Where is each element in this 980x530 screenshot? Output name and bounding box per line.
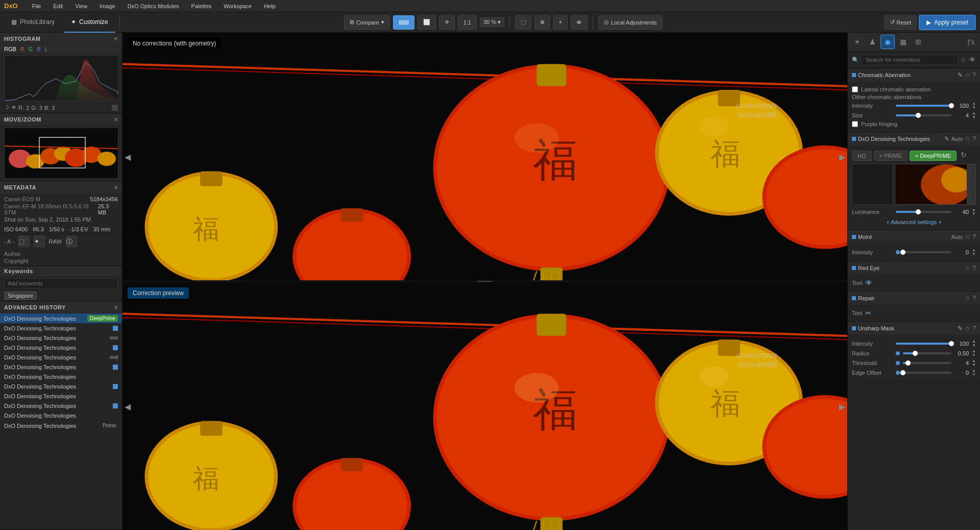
repair-header[interactable]: Repair ☆ ?	[848, 292, 980, 305]
red-eye-tool-icon[interactable]: 👁	[865, 279, 872, 287]
ca-intensity-stepper[interactable]: ▲▼	[972, 102, 976, 110]
rt-detail-button[interactable]: ◉	[880, 35, 895, 49]
purple-fringing-checkbox[interactable]	[852, 121, 858, 127]
right-arrow-top[interactable]: ▶	[839, 152, 845, 161]
history-item-10[interactable]: DxO Denoising Technologies	[0, 411, 122, 421]
menu-workspace[interactable]: Workspace	[222, 3, 254, 9]
keyword-tag-singapore[interactable]: Singapore	[4, 292, 37, 300]
zoom-control[interactable]: 30 % ▾	[480, 17, 504, 27]
history-item-9[interactable]: DxO Denoising Technologies	[0, 401, 122, 411]
hist-channel-r[interactable]: R	[20, 46, 24, 52]
history-item-3[interactable]: DxO Denoising Technologies	[0, 343, 122, 353]
advanced-history-close-button[interactable]: ×	[114, 303, 118, 311]
star-icon[interactable]: ☆	[960, 56, 967, 64]
history-item-2[interactable]: DxO Denoising Technologies	[0, 333, 122, 343]
hist-clipping-icon[interactable]	[112, 105, 118, 111]
denoising-refresh-icon[interactable]: ↻	[961, 151, 967, 161]
ca-size-thumb[interactable]	[916, 113, 921, 118]
crop-meta-button[interactable]: ⬚	[18, 236, 30, 247]
repair-help-icon[interactable]: ?	[972, 295, 976, 302]
history-item-11[interactable]: DxO Denoising Technologies Prime	[0, 421, 122, 431]
usm-threshold-stepper[interactable]: ▲▼	[972, 359, 976, 367]
history-item-6[interactable]: DxO Denoising Technologies	[0, 372, 122, 382]
denoising-luminance-stepper[interactable]: ▲▼	[972, 208, 976, 216]
history-item-5[interactable]: DxO Denoising Technologies	[0, 363, 122, 372]
unsharp-mask-help-icon[interactable]: ?	[972, 325, 976, 332]
menu-dxo-optics[interactable]: DxO Optics Modules	[126, 3, 181, 9]
history-item-4-menu-icon[interactable]: ⋮	[114, 353, 122, 362]
denoising-header[interactable]: DxO Denoising Technologies ✎ Auto ☆ ?	[848, 132, 980, 146]
menu-help[interactable]: Help	[262, 3, 278, 9]
moire-header[interactable]: Moiré Auto ☆ ?	[848, 230, 980, 244]
left-arrow-top[interactable]: ◀	[125, 152, 131, 161]
usm-threshold-slider[interactable]	[903, 362, 951, 364]
denoising-star-icon[interactable]: ☆	[965, 135, 970, 142]
red-eye-help-icon[interactable]: ?	[972, 264, 976, 272]
eye-search-icon[interactable]: 👁	[969, 56, 976, 64]
denoising-prime-tab[interactable]: + PRIME	[874, 151, 908, 161]
rt-fx-button[interactable]: ƒx	[964, 35, 978, 49]
menu-file[interactable]: File	[30, 3, 43, 9]
ca-intensity-slider[interactable]	[896, 105, 951, 107]
right-arrow-bottom[interactable]: ▶	[839, 401, 845, 411]
rt-portrait-button[interactable]: ♟	[865, 35, 879, 49]
usm-intensity-slider[interactable]	[896, 343, 951, 345]
denoising-hq-tab[interactable]: HQ	[852, 151, 872, 161]
eye-button[interactable]: 👁	[571, 15, 587, 30]
hist-channel-g[interactable]: G	[29, 46, 33, 52]
denoising-help-icon[interactable]: ?	[972, 135, 976, 142]
moire-help-icon[interactable]: ?	[972, 233, 976, 240]
history-item-1[interactable]: DxO Denoising Technologies	[0, 324, 122, 333]
chromatic-aberration-header[interactable]: Chromatic Aberration ✎ ☆ ?	[848, 68, 980, 82]
hist-channel-l[interactable]: L	[45, 46, 48, 52]
tab-photo-library[interactable]: ▦ PhotoLibrary	[4, 12, 62, 33]
history-item-8[interactable]: DxO Denoising Technologies	[0, 392, 122, 401]
menu-view[interactable]: View	[73, 3, 89, 9]
rt-geometry-button[interactable]: ▦	[896, 35, 910, 49]
one-to-one-button[interactable]: 1:1	[458, 15, 477, 30]
hist-channel-b[interactable]: B	[37, 46, 40, 52]
menu-edit[interactable]: Edit	[51, 3, 65, 9]
denoising-deepprime-tab[interactable]: + DeepPRIME	[910, 151, 957, 161]
usm-edge-offset-slider[interactable]	[903, 372, 951, 374]
horizon-meta-button[interactable]: ✦	[34, 236, 45, 247]
history-item-7[interactable]: DxO Denoising Technologies	[0, 382, 122, 392]
ca-intensity-thumb[interactable]	[949, 103, 954, 108]
repair-star-icon[interactable]: ☆	[965, 295, 970, 302]
cursor-button[interactable]: ✛	[439, 15, 455, 30]
moire-intensity-slider[interactable]	[903, 251, 951, 253]
compare-button[interactable]: ⊞ Compare ▾	[344, 15, 390, 30]
unsharp-mask-star-icon[interactable]: ☆	[965, 325, 970, 332]
usm-edge-offset-thumb[interactable]	[900, 370, 905, 375]
repair-tool-icon[interactable]: ✂	[865, 309, 871, 317]
moire-star-icon[interactable]: ☆	[965, 233, 970, 240]
rt-exposure-button[interactable]: ☀	[850, 35, 864, 49]
horizon-button[interactable]: ⊕	[534, 15, 550, 30]
denoising-advanced-link[interactable]: + Advanced settings +	[852, 218, 976, 227]
minimap[interactable]	[4, 128, 118, 179]
history-item-0[interactable]: DxO Denoising Technologies DeepPrime	[0, 314, 122, 324]
red-eye-header[interactable]: Red Eye ☆ ?	[848, 261, 980, 275]
rt-watermark-button[interactable]: ⊞	[911, 35, 925, 49]
usm-intensity-thumb[interactable]	[949, 341, 954, 346]
move-zoom-close-button[interactable]: ×	[114, 115, 118, 124]
split-view-button[interactable]: ▤▤	[393, 15, 414, 30]
menu-palettes[interactable]: Palettes	[189, 3, 214, 9]
usm-radius-slider[interactable]	[903, 352, 951, 354]
menu-image[interactable]: Image	[97, 3, 117, 9]
repair-button[interactable]: ⌖	[553, 15, 568, 30]
full-view-button[interactable]: ⬜	[418, 15, 436, 30]
chromatic-aberration-help-icon[interactable]: ?	[972, 71, 976, 79]
search-input[interactable]	[861, 55, 958, 65]
keywords-input[interactable]	[4, 278, 118, 288]
info-meta-button[interactable]: ⓘ	[66, 236, 77, 247]
usm-radius-stepper[interactable]: ▲▼	[972, 349, 976, 357]
lateral-ca-checkbox[interactable]	[852, 86, 858, 92]
usm-intensity-stepper[interactable]: ▲▼	[972, 340, 976, 348]
unsharp-mask-header[interactable]: Unsharp Mask ✎ ☆ ?	[848, 322, 980, 335]
usm-radius-thumb[interactable]	[913, 351, 918, 356]
moire-intensity-stepper[interactable]: ▲▼	[972, 248, 976, 256]
ca-size-slider[interactable]	[896, 114, 951, 116]
left-arrow-bottom[interactable]: ◀	[125, 401, 131, 411]
metadata-close-button[interactable]: ×	[114, 183, 118, 191]
